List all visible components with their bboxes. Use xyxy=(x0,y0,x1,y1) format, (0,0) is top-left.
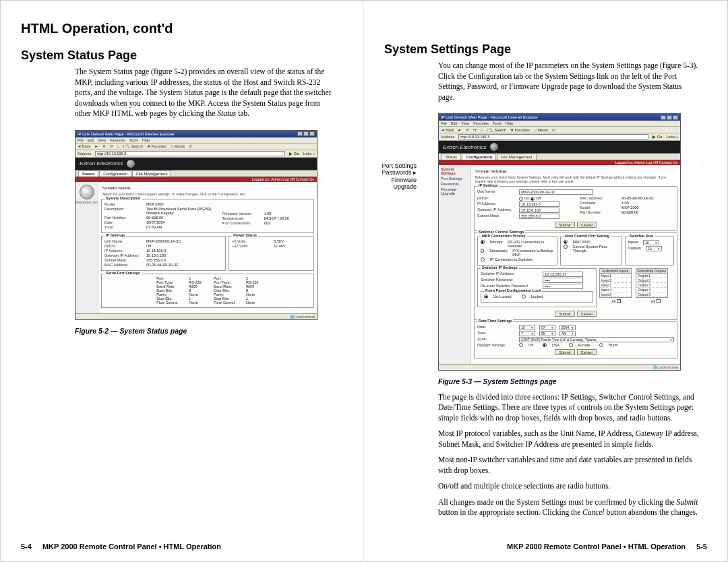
toolbar[interactable]: ◄ Back►✕⟳⌂| 🔍 Search★ Favorites♫ Media⏱ xyxy=(439,127,680,133)
window-titlebar: IP Link Default Web Page - Microsoft Int… xyxy=(439,114,680,121)
front-panel-lock-box: Front Panel Configuration Lock Un-Locked… xyxy=(481,291,593,303)
globe-icon xyxy=(127,160,135,168)
right-para3: Most IP protocol variables, such as the … xyxy=(438,429,700,449)
right-para1: You can change most of the IP parameters… xyxy=(438,61,700,102)
date-month-dropdown[interactable]: 10 xyxy=(519,325,535,330)
ds-br-radio[interactable] xyxy=(599,343,603,347)
host-port-box: Host Control Port Setting MKP 2000 Contr… xyxy=(560,237,622,266)
settings-main: System Settings Below are your Unit's ba… xyxy=(471,165,680,364)
window-buttons[interactable] xyxy=(661,115,678,120)
ds-eu-radio[interactable] xyxy=(569,343,573,347)
right-para2: The page is divided into three sections:… xyxy=(438,392,700,424)
authorized-tables: Authorized Inputs Input 1 Input 2 Input … xyxy=(599,268,674,298)
address-input[interactable] xyxy=(95,151,285,156)
left-page: HTML Operation, cont'd System Status Pag… xyxy=(1,1,364,562)
dhcp-on-radio[interactable] xyxy=(519,197,523,201)
left-footer-text: MKP 2000 Remote Control Panel • HTML Ope… xyxy=(42,542,221,551)
status-main: System Status Below are your Unit's curr… xyxy=(98,182,317,313)
tertiary-radio[interactable] xyxy=(481,257,485,261)
all-outputs-check[interactable] xyxy=(657,299,661,303)
unit-name-field[interactable]: MKP-2000-00-1A-3C xyxy=(519,189,593,195)
page-spread: HTML Operation, cont'd System Status Pag… xyxy=(0,0,728,562)
globe-icon xyxy=(490,143,498,151)
panel-title: System Status xyxy=(102,185,314,191)
red-band: Logged on: Admin Log Off Contact Us xyxy=(75,177,317,182)
panel-title: System Settings xyxy=(475,168,677,174)
figure-callouts: Port Settings Passwords ▸ Firmware Upgra… xyxy=(367,162,417,190)
host-pass-radio[interactable] xyxy=(564,245,568,249)
logo-wheel-icon xyxy=(80,185,94,199)
date-day-dropdown[interactable]: 07 xyxy=(539,325,555,330)
brand-band: Extron Electronics xyxy=(75,158,317,170)
primary-radio[interactable] xyxy=(481,240,485,244)
authorized-inputs-table[interactable]: Authorized Inputs Input 1 Input 2 Input … xyxy=(599,268,632,298)
system-description-box: System Description Model:MKP 2000 Descri… xyxy=(101,199,314,233)
right-footer-text: MKP 2000 Remote Control Panel • HTML Ope… xyxy=(507,542,686,551)
date-year-dropdown[interactable]: 2004 xyxy=(559,325,576,330)
ip-cancel-button[interactable]: Cancel xyxy=(577,222,597,228)
ip-submit-button[interactable]: Submit xyxy=(555,222,574,228)
left-page-number: 5-4 xyxy=(21,542,32,551)
all-inputs-check[interactable] xyxy=(617,299,621,303)
time-hour-dropdown[interactable]: 7 xyxy=(519,331,535,336)
menubar[interactable]: FileEditViewFavoritesToolsHelp xyxy=(439,121,680,127)
window-buttons[interactable] xyxy=(297,131,315,136)
switcher-ip-field[interactable]: 10.13.195.37 xyxy=(543,272,583,277)
sidenav-port-settings[interactable]: Port Settings xyxy=(441,176,469,181)
right-page-number: 5-5 xyxy=(696,542,707,551)
tab-status[interactable]: Status xyxy=(442,154,461,160)
dhcp-off-radio[interactable] xyxy=(530,197,535,201)
secondary-radio[interactable] xyxy=(481,249,484,253)
switcher-pw2-field[interactable]: •••• xyxy=(543,284,583,289)
tab-row[interactable]: Status Configuration File Management xyxy=(439,153,680,160)
ip-address-field[interactable]: 10.13.195.3 xyxy=(519,201,559,207)
swc-submit-button[interactable]: Submit xyxy=(555,311,574,317)
tab-status[interactable]: Status xyxy=(78,170,98,177)
inputs-dropdown[interactable]: 16 xyxy=(643,240,659,245)
ie-statusbar: 🌐 Local intranet xyxy=(439,364,680,370)
locked-radio[interactable] xyxy=(522,294,526,299)
tab-configuration[interactable]: Configuration xyxy=(462,154,496,160)
zone-dropdown[interactable]: (GMT-08:00) Pacific Time (US & Canada), … xyxy=(519,337,674,342)
toolbar[interactable]: ◄ Back►✕⟳⌂| 🔍 Search★ Favorites♫ Media⏱ xyxy=(75,144,317,150)
authorized-outputs-table[interactable]: Authorized Outputs Output 1 Output 2 Out… xyxy=(636,268,668,298)
swc-cancel-button[interactable]: Cancel xyxy=(577,311,597,317)
sidenav-system-settings[interactable]: System Settings xyxy=(441,166,469,176)
time-ampm-dropdown[interactable]: AM xyxy=(559,331,576,336)
unlocked-radio[interactable] xyxy=(484,294,488,299)
ip-settings-box: IP Settings Unit Name:MKP-2000-00-1A-3C … xyxy=(474,186,677,231)
content-area: System Settings Port Settings Passwords … xyxy=(439,165,680,364)
gateway-field[interactable]: 10.13.0.100 xyxy=(519,208,559,213)
left-footer: 5-4 MKP 2000 Remote Control Panel • HTML… xyxy=(21,542,343,551)
ds-off-radio[interactable] xyxy=(519,343,523,347)
tab-configuration[interactable]: Configuration xyxy=(99,170,131,177)
switcher-size-box: Switcher Size Inputs: 16 Outputs: 16 xyxy=(625,237,675,266)
content-area: www.extron.com System Status Below are y… xyxy=(75,182,317,313)
address-bar[interactable]: Address ▶ Go Links » xyxy=(75,150,317,158)
tab-file-management[interactable]: File Management xyxy=(132,170,171,177)
sidenav-passwords[interactable]: Passwords xyxy=(441,181,469,187)
ip-settings-box: IP Settings Unit Name:MKP-2000-00-1A-3C … xyxy=(101,236,226,271)
tab-file-management[interactable]: File Management xyxy=(497,154,536,160)
host-mkp-radio[interactable] xyxy=(564,240,568,244)
time-min-dropdown[interactable]: 55 xyxy=(539,331,555,336)
side-nav[interactable]: System Settings Port Settings Passwords … xyxy=(439,165,471,364)
address-bar[interactable]: Address ▶ Go Links » xyxy=(439,133,680,141)
dt-cancel-button[interactable]: Cancel xyxy=(577,349,597,355)
right-page: System Settings Page You can change most… xyxy=(364,1,727,562)
tab-row[interactable]: Status Configuration File Management xyxy=(75,170,317,177)
address-input[interactable] xyxy=(458,134,648,139)
right-para6: All changes made on the System Settings … xyxy=(438,497,700,518)
sidenav-firmware-upgrade[interactable]: Firmware Upgrade xyxy=(441,187,469,196)
subnet-field[interactable]: 255.255.0.0 xyxy=(519,214,559,219)
ds-usa-radio[interactable] xyxy=(543,343,547,347)
menubar[interactable]: FileEditViewFavoritesToolsHelp xyxy=(75,137,317,144)
red-band: Logged on: Admin Log Off Contact Us xyxy=(439,160,680,165)
switcher-control-box: Switcher Control Settings MKP Connection… xyxy=(474,232,677,320)
switcher-pw-field[interactable]: •••• xyxy=(543,278,583,283)
power-status-box: Power Status +5 Volts:5.50V +12 Volts:11… xyxy=(229,236,314,271)
right-section-heading: System Settings Page xyxy=(384,42,707,57)
right-body-bottom: The page is divided into three sections:… xyxy=(438,392,700,524)
outputs-dropdown[interactable]: 16 xyxy=(646,246,662,251)
dt-submit-button[interactable]: Submit xyxy=(555,349,574,355)
